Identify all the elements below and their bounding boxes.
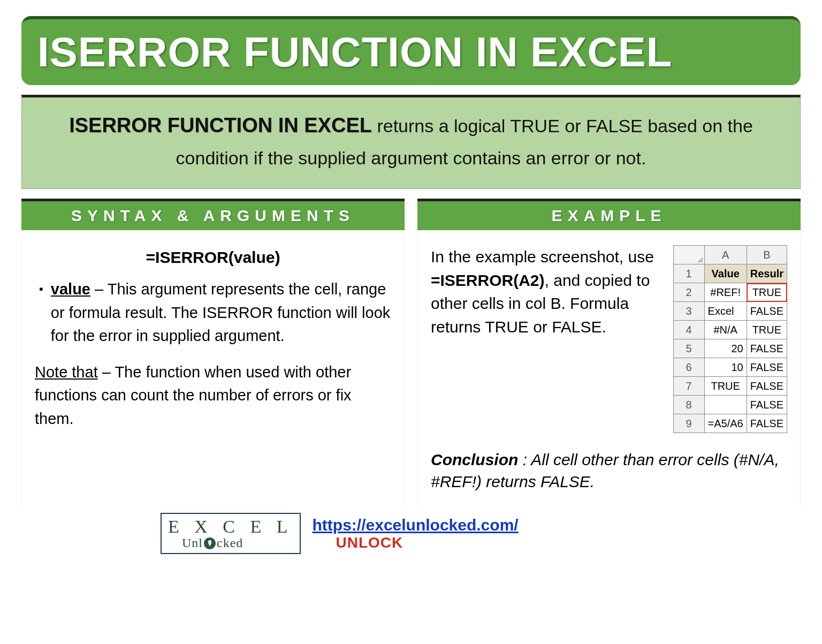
table-colhead-row: A B <box>673 246 787 264</box>
cell-b: TRUE <box>747 321 787 339</box>
bullet-icon: ▪ <box>39 278 43 348</box>
rowhead: 2 <box>673 283 704 302</box>
rowhead: 4 <box>673 321 704 339</box>
conclusion: Conclusion : All cell other than error c… <box>431 449 787 493</box>
table-row: 2 #REF! TRUE <box>673 283 787 302</box>
example-pre: In the example screenshot, use <box>431 248 654 266</box>
description-box: ISERROR FUNCTION IN EXCEL returns a logi… <box>21 95 801 189</box>
footer: E X C E L Unlcked https://excelunlocked.… <box>21 513 801 554</box>
table-row: 7 TRUE FALSE <box>673 377 787 396</box>
rowhead: 5 <box>673 339 704 358</box>
table-row: 5 20 FALSE <box>673 339 787 358</box>
argument-item: ▪ value – This argument represents the c… <box>39 278 391 348</box>
footer-url-link[interactable]: https://excelunlocked.com/ <box>313 516 519 534</box>
logo-bottom-post: cked <box>217 536 243 550</box>
cell-a: =A5/A6 <box>704 414 747 433</box>
rowhead: 8 <box>673 396 704 414</box>
colhead-a: A <box>704 246 747 264</box>
logo-top: E X C E L <box>168 517 293 536</box>
argument-name: value <box>51 281 90 298</box>
cell-a: Excel <box>704 302 747 321</box>
example-formula: =ISERROR(A2) <box>431 271 545 289</box>
argument-list: ▪ value – This argument represents the c… <box>35 278 391 348</box>
title-banner: ISERROR FUNCTION IN EXCEL <box>21 16 801 85</box>
syntax-note: Note that – The function when used with … <box>35 361 391 431</box>
example-body: In the example screenshot, use =ISERROR(… <box>417 230 801 505</box>
page-title: ISERROR FUNCTION IN EXCEL <box>37 28 785 77</box>
table-corner <box>673 246 704 264</box>
rowhead: 3 <box>673 302 704 321</box>
cell-a <box>704 396 747 414</box>
example-column: EXAMPLE In the example screenshot, use =… <box>417 199 801 505</box>
footer-unlock-text: UNLOCK <box>336 534 519 551</box>
colhead-b: B <box>747 246 787 264</box>
syntax-column: SYNTAX & ARGUMENTS =ISERROR(value) ▪ val… <box>21 199 405 505</box>
example-row: In the example screenshot, use =ISERROR(… <box>431 245 787 433</box>
table-row: 1 Value Resulr <box>673 264 787 283</box>
example-text: In the example screenshot, use =ISERROR(… <box>431 245 663 338</box>
table-row: 6 10 FALSE <box>673 358 787 377</box>
cell-a: TRUE <box>704 377 747 396</box>
cell-b: FALSE <box>747 377 787 396</box>
rowhead: 9 <box>673 414 704 433</box>
note-label: Note that <box>35 363 98 381</box>
syntax-body: =ISERROR(value) ▪ value – This argument … <box>21 230 405 505</box>
header-result: Resulr <box>747 264 787 283</box>
cell-a: 10 <box>704 358 747 377</box>
cell-b: FALSE <box>747 339 787 358</box>
table-row: 4 #N/A TRUE <box>673 321 787 339</box>
table-row: 9 =A5/A6 FALSE <box>673 414 787 433</box>
table-row: 8 FALSE <box>673 396 787 414</box>
cell-a: #REF! <box>704 283 747 302</box>
cell-b: FALSE <box>747 358 787 377</box>
rowhead: 1 <box>673 264 704 283</box>
conclusion-label: Conclusion <box>431 451 518 468</box>
cell-b-highlight: TRUE <box>747 283 787 302</box>
syntax-header: SYNTAX & ARGUMENTS <box>21 199 405 230</box>
argument-desc: – This argument represents the cell, ran… <box>51 281 390 344</box>
cell-a: #N/A <box>704 321 747 339</box>
header-value: Value <box>704 264 747 283</box>
argument-text: value – This argument represents the cel… <box>51 278 391 348</box>
footer-links: https://excelunlocked.com/ UNLOCK <box>313 516 519 551</box>
logo: E X C E L Unlcked <box>161 513 301 554</box>
logo-bottom-pre: Unl <box>182 536 203 550</box>
logo-bottom: Unlcked <box>182 536 293 550</box>
cell-b: FALSE <box>747 396 787 414</box>
example-table: A B 1 Value Resulr 2 #REF! TRUE 3 <box>673 245 787 433</box>
keyhole-icon <box>204 537 216 549</box>
example-header: EXAMPLE <box>417 199 801 230</box>
description-lead: ISERROR FUNCTION IN EXCEL <box>69 114 372 137</box>
cell-b: FALSE <box>747 414 787 433</box>
rowhead: 7 <box>673 377 704 396</box>
rowhead: 6 <box>673 358 704 377</box>
columns: SYNTAX & ARGUMENTS =ISERROR(value) ▪ val… <box>21 199 801 505</box>
table-row: 3 Excel FALSE <box>673 302 787 321</box>
cell-b: FALSE <box>747 302 787 321</box>
cell-a: 20 <box>704 339 747 358</box>
syntax-formula: =ISERROR(value) <box>35 245 391 269</box>
